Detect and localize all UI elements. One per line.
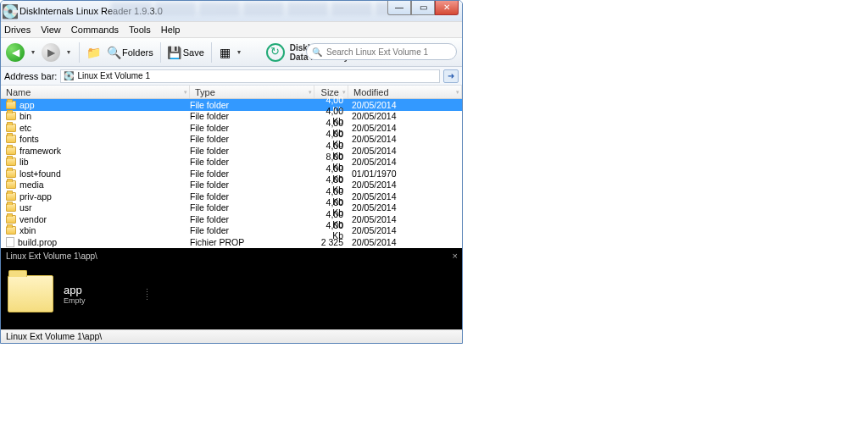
file-row[interactable]: libFile folder8,00 Kb20/05/2014 [1, 157, 462, 169]
file-type: Fichier PROP [190, 237, 314, 247]
file-name: etc [19, 123, 31, 133]
chevron-down-icon: ▾ [184, 89, 187, 96]
file-row[interactable]: lost+foundFile folder4,00 Kb01/01/1970 [1, 168, 462, 180]
nav-forward-button: ▶ [42, 43, 60, 62]
file-type: File folder [190, 100, 314, 110]
background-tabs [111, 3, 416, 16]
col-modified[interactable]: Modified▾ [348, 86, 462, 98]
save-label: Save [183, 47, 204, 58]
maximize-button[interactable]: ▭ [411, 0, 435, 15]
chevron-down-icon: ▾ [342, 89, 346, 96]
col-name[interactable]: Name▾ [1, 86, 190, 98]
file-row[interactable]: vendorFile folder4,00 Kb20/05/2014 [1, 213, 462, 225]
app-icon: 💽 [4, 5, 16, 17]
file-row[interactable]: xbinFile folder4,00 Kb20/05/2014 [1, 225, 462, 237]
menubar: Drives View Commands Tools Help [1, 21, 462, 38]
search-icon: 🔍 [312, 47, 322, 57]
menu-commands[interactable]: Commands [71, 25, 119, 35]
file-modified: 20/05/2014 [348, 100, 462, 110]
address-bar: Address bar: 💽 Linux Ext Volume 1 ➜ [1, 67, 462, 86]
preview-close-button[interactable]: × [453, 251, 458, 261]
file-row[interactable]: frameworkFile folder4,00 Kb20/05/2014 [1, 145, 462, 157]
menu-tools[interactable]: Tools [129, 25, 151, 35]
file-row[interactable]: build.propFichier PROP2 32520/05/2014 [1, 236, 462, 248]
file-modified: 20/05/2014 [348, 225, 462, 235]
chevron-down-icon: ▾ [456, 89, 459, 96]
folder-icon [6, 124, 16, 132]
titlebar[interactable]: 💽 DiskInternals Linux Reader 1.9.3.0 — ▭… [1, 1, 462, 21]
folder-icon [6, 146, 16, 155]
folder-icon [6, 101, 16, 109]
file-name: xbin [19, 225, 36, 235]
file-type: File folder [190, 157, 314, 167]
preview-item-sub: Empty [64, 296, 86, 305]
file-row[interactable]: appFile folder4,00 Kb20/05/2014 [1, 99, 462, 111]
file-row[interactable]: etcFile folder4,00 Kb20/05/2014 [1, 122, 462, 134]
file-row[interactable]: mediaFile folder4,00 Kb20/05/2014 [1, 180, 462, 191]
file-row[interactable]: fontsFile folder4,00 Kb20/05/2014 [1, 134, 462, 146]
save-icon: 💾 [168, 46, 181, 59]
file-type: File folder [190, 180, 314, 190]
file-name: build.prop [18, 237, 57, 247]
file-type: File folder [190, 123, 314, 133]
folders-icon: 🔍 [107, 46, 120, 59]
file-modified: 20/05/2014 [348, 157, 462, 167]
address-field[interactable]: 💽 Linux Ext Volume 1 [60, 69, 440, 83]
status-bar: Linux Ext Volume 1\app\ [1, 329, 462, 343]
preview-title: Linux Ext Volume 1\app\ [6, 251, 97, 261]
folders-button[interactable]: 🔍 Folders [105, 46, 155, 59]
menu-view[interactable]: View [41, 25, 61, 35]
folder-icon [6, 215, 16, 224]
file-modified: 20/05/2014 [348, 134, 462, 144]
search-box[interactable]: 🔍 [306, 43, 457, 60]
chevron-down-icon: ▾ [309, 89, 312, 96]
col-size[interactable]: Size▾ [314, 86, 348, 98]
file-name: media [19, 180, 44, 190]
minimize-button[interactable]: — [387, 0, 411, 15]
folder-icon [6, 157, 16, 166]
file-name: lost+found [19, 169, 61, 179]
file-type: File folder [190, 214, 314, 224]
folder-icon [6, 192, 16, 201]
go-button[interactable]: ➜ [443, 69, 459, 83]
file-name: lib [19, 157, 29, 167]
file-type: File folder [190, 169, 314, 179]
file-type: File folder [190, 225, 314, 235]
up-folder-button[interactable]: 📁 [85, 46, 102, 59]
close-button[interactable]: ✕ [435, 0, 459, 15]
file-type: File folder [190, 202, 314, 213]
file-row[interactable]: binFile folder4,00 Kb20/05/2014 [1, 111, 462, 123]
folder-icon [6, 226, 16, 235]
address-value: Linux Ext Volume 1 [77, 71, 150, 80]
file-modified: 20/05/2014 [348, 191, 462, 202]
file-name: fonts [19, 134, 39, 144]
search-input[interactable] [325, 47, 451, 58]
file-name: framework [19, 146, 61, 156]
col-type[interactable]: Type▾ [190, 86, 314, 98]
file-type: File folder [190, 111, 314, 121]
file-name: usr [19, 202, 32, 213]
file-row[interactable]: usrFile folder4,00 Kb20/05/2014 [1, 202, 462, 214]
folder-icon [6, 180, 16, 189]
status-text: Linux Ext Volume 1\app\ [6, 331, 102, 341]
app-window: 💽 DiskInternals Linux Reader 1.9.3.0 — ▭… [0, 0, 463, 344]
file-row[interactable]: priv-appFile folder4,00 Kb20/05/2014 [1, 191, 462, 202]
menu-drives[interactable]: Drives [4, 25, 31, 35]
file-modified: 20/05/2014 [348, 202, 462, 213]
save-button[interactable]: 💾 Save [166, 46, 206, 59]
file-modified: 20/05/2014 [348, 123, 462, 133]
file-icon [6, 237, 14, 247]
file-name: vendor [19, 214, 47, 224]
folder-icon [6, 135, 16, 143]
preview-folder-icon [8, 275, 53, 312]
nav-back-button[interactable]: ◀ [6, 43, 25, 62]
fwd-dropdown-icon[interactable]: ▾ [64, 48, 74, 56]
view-mode-button[interactable]: ▦▾ [217, 46, 246, 59]
resize-handle-icon[interactable] [147, 289, 147, 300]
folder-icon [6, 112, 16, 120]
folders-label: Folders [122, 47, 153, 58]
view-mode-icon: ▦ [219, 46, 232, 59]
back-dropdown-icon[interactable]: ▾ [28, 48, 38, 56]
file-name: app [19, 100, 35, 110]
menu-help[interactable]: Help [161, 25, 181, 35]
